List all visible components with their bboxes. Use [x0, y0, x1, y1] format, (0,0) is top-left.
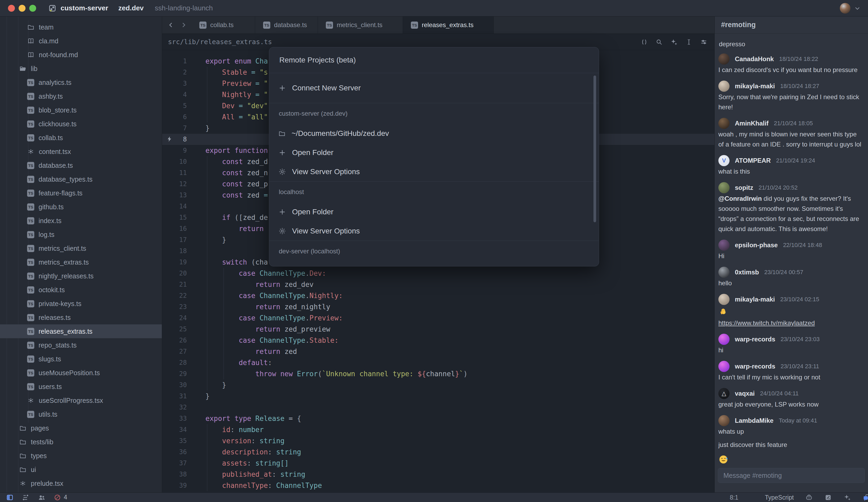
text-cursor-icon[interactable] — [685, 38, 693, 46]
file-row-tests/lib[interactable]: tests/lib — [0, 435, 162, 449]
code-line-26[interactable]: 26case ChannelType.Stable: — [162, 335, 714, 346]
language-selector[interactable]: TypeScript — [765, 494, 794, 501]
avatar[interactable] — [719, 267, 730, 278]
message-author[interactable]: sopitz — [735, 184, 753, 192]
file-row-useMousePosition.ts[interactable]: TSuseMousePosition.ts — [0, 366, 162, 380]
collab-panel-icon[interactable] — [38, 493, 46, 501]
search-icon[interactable] — [655, 38, 663, 46]
code-line-34[interactable]: 34id: number — [162, 424, 714, 435]
file-row-feature-flags.ts[interactable]: TSfeature-flags.ts — [0, 186, 162, 200]
avatar[interactable] — [719, 239, 730, 251]
host-name[interactable]: zed.dev — [118, 4, 144, 12]
outline-panel-icon[interactable] — [22, 493, 30, 501]
file-row-ashby.ts[interactable]: TSashby.ts — [0, 89, 162, 103]
tab-releases_extras.ts[interactable]: TSreleases_extras.ts — [403, 17, 494, 33]
file-row-not-found.md[interactable]: not-found.md — [0, 48, 162, 62]
copilot-icon[interactable] — [805, 493, 813, 501]
code-line-39[interactable]: 39channelType: ChannelType — [162, 480, 714, 491]
assistant-icon[interactable] — [843, 493, 851, 501]
code-line-30[interactable]: 30} — [162, 379, 714, 391]
message-author[interactable]: ATOMPEAR — [735, 157, 771, 164]
file-row-github.ts[interactable]: TSgithub.ts — [0, 200, 162, 214]
message-author[interactable]: epsilon-phase — [735, 242, 778, 249]
runnable-indicator-icon[interactable] — [166, 136, 173, 142]
file-row-lib[interactable]: lib — [0, 62, 162, 75]
message-author[interactable]: 0xtimsb — [735, 268, 759, 276]
message-link[interactable]: https://www.twitch.tv/mikaylaatzed — [719, 319, 815, 327]
avatar[interactable] — [719, 182, 730, 193]
user-avatar[interactable] — [840, 3, 850, 13]
avatar[interactable] — [719, 118, 730, 129]
code-line-38[interactable]: 38published_at: string — [162, 469, 714, 480]
project-name[interactable]: custom-server — [61, 4, 108, 12]
chevron-down-icon[interactable] — [854, 4, 861, 12]
message-author[interactable]: warp-records — [735, 336, 775, 343]
file-row-ui[interactable]: ui — [0, 463, 162, 477]
code-symbols-icon[interactable] — [641, 38, 648, 46]
minimize-window-button[interactable] — [19, 5, 25, 12]
cursor-position[interactable]: 8:1 — [730, 494, 738, 501]
branch-name[interactable]: ssh-landing-launch — [155, 4, 213, 12]
back-icon[interactable] — [167, 21, 175, 29]
avatar[interactable] — [719, 415, 730, 426]
message-author[interactable]: AminKhalif — [735, 120, 768, 127]
message-author[interactable]: CanadaHonk — [735, 55, 774, 63]
avatar[interactable] — [719, 294, 730, 305]
log-icon[interactable] — [824, 493, 832, 501]
code-line-20[interactable]: 20case ChannelType.Dev: — [162, 268, 714, 279]
avatar[interactable] — [719, 53, 730, 65]
editor-settings-icon[interactable] — [700, 38, 707, 46]
file-row-collab.ts[interactable]: TScollab.ts — [0, 131, 162, 145]
modal-scrollbar[interactable] — [593, 75, 596, 222]
avatar[interactable]: V — [719, 155, 730, 166]
message-input[interactable]: Message #remoting — [718, 468, 865, 483]
file-row-utils.ts[interactable]: TSutils.ts — [0, 407, 162, 421]
file-row-index.ts[interactable]: TSindex.ts — [0, 214, 162, 228]
code-line-24[interactable]: 24case ChannelType.Preview: — [162, 313, 714, 324]
file-row-releases_extras.ts[interactable]: TSreleases_extras.ts — [0, 324, 162, 338]
file-row-prelude.tsx[interactable]: prelude.tsx — [0, 477, 162, 490]
zoom-window-button[interactable] — [29, 5, 36, 12]
file-row-content.tsx[interactable]: content.tsx — [0, 145, 162, 158]
code-line-31[interactable]: 31} — [162, 391, 714, 402]
message-author[interactable]: mikayla-maki — [735, 82, 775, 90]
mention[interactable]: @ConradIrwin — [719, 195, 762, 202]
file-row-metrics_extras.ts[interactable]: TSmetrics_extras.ts — [0, 255, 162, 269]
file-row-metrics_client.ts[interactable]: TSmetrics_client.ts — [0, 242, 162, 255]
message-author[interactable]: vaqxai — [735, 390, 755, 397]
chat-panel-icon[interactable] — [862, 493, 868, 502]
project-panel-icon[interactable] — [6, 493, 14, 501]
avatar[interactable] — [719, 334, 730, 345]
code-line-28[interactable]: 28default: — [162, 357, 714, 368]
code-line-37[interactable]: 37assets: string[] — [162, 458, 714, 469]
file-row-pages[interactable]: pages — [0, 421, 162, 435]
file-row-log.ts[interactable]: TSlog.ts — [0, 228, 162, 242]
tab-collab.ts[interactable]: TScollab.ts — [192, 17, 255, 33]
tab-database.ts[interactable]: TSdatabase.ts — [255, 17, 318, 33]
message-author[interactable]: warp-records — [735, 363, 775, 370]
file-row-octokit.ts[interactable]: TSoctokit.ts — [0, 283, 162, 297]
file-row-useScrollProgress.tsx[interactable]: useScrollProgress.tsx — [0, 393, 162, 407]
modal-row-open-folder[interactable]: Open Folder — [269, 202, 599, 222]
file-row-releases.ts[interactable]: TSreleases.ts — [0, 310, 162, 324]
file-row-slugs.ts[interactable]: TSslugs.ts — [0, 352, 162, 366]
code-line-33[interactable]: 33export type Release = { — [162, 413, 714, 424]
code-line-29[interactable]: 29throw new Error(`Unknown channel type:… — [162, 368, 714, 379]
file-row-users.ts[interactable]: TSusers.ts — [0, 380, 162, 393]
file-row-team[interactable]: team — [0, 20, 162, 34]
file-row-types[interactable]: types — [0, 449, 162, 463]
code-line-27[interactable]: 27return zed — [162, 346, 714, 357]
message-author[interactable]: LambdaMike — [735, 417, 773, 424]
diagnostics-indicator[interactable]: 4 — [54, 494, 67, 501]
modal-row-view-server-options[interactable]: View Server Options — [269, 162, 599, 181]
code-line-32[interactable]: 32 — [162, 402, 714, 413]
modal-row-connect-new-server[interactable]: Connect New Server — [269, 73, 599, 103]
message-author[interactable]: mikayla-maki — [735, 296, 775, 303]
modal-row-open-folder[interactable]: Open Folder — [269, 143, 599, 162]
code-line-22[interactable]: 22case ChannelType.Nightly: — [162, 290, 714, 301]
code-line-35[interactable]: 35version: string — [162, 435, 714, 447]
avatar[interactable] — [719, 81, 730, 92]
forward-icon[interactable] — [180, 21, 188, 29]
channel-name[interactable]: #remoting — [721, 21, 756, 29]
file-row-nightly_releases.ts[interactable]: TSnightly_releases.ts — [0, 269, 162, 283]
